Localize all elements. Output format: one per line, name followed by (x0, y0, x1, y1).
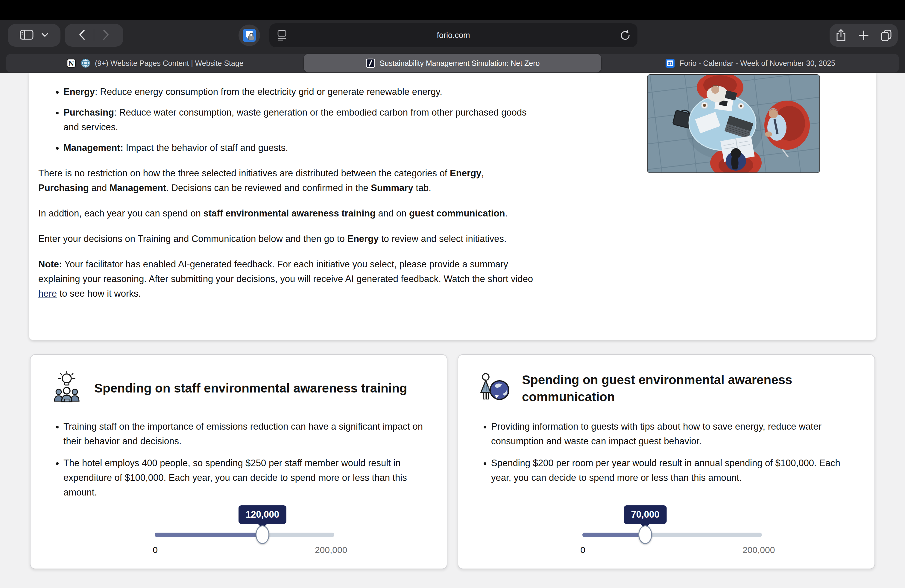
slider-value-bubble: 120,000 (238, 505, 286, 524)
meeting-photo (647, 74, 820, 173)
tab-title: Sustainability Management Simulation: Ne… (380, 59, 540, 68)
intro-panel: Energy: Reduce energy consumption from t… (29, 73, 876, 340)
list-item: Providing information to guests with tip… (491, 419, 859, 448)
list-item: Purchasing: Reduce water consumption, wa… (64, 105, 535, 134)
slider-value-bubble: 70,000 (624, 505, 667, 524)
slider-min-label: 0 (580, 545, 585, 555)
slider-track[interactable] (583, 532, 762, 537)
guest-communication-icon (477, 370, 512, 406)
intro-text: Energy: Reduce energy consumption from t… (38, 73, 535, 301)
tab-simulation-active[interactable]: Sustainability Management Simulation: Ne… (304, 54, 602, 72)
url-text: forio.com (269, 31, 637, 40)
list-item: Management: Impact the behavior of staff… (64, 140, 535, 155)
slider-min-label: 0 (152, 545, 158, 555)
reload-button[interactable] (619, 29, 631, 43)
paragraph-enter-decisions: Enter your decisions on Training and Com… (38, 231, 535, 246)
tab-strip: N (9+) Website Pages Content | Website S… (6, 54, 899, 72)
here-link[interactable]: here (38, 288, 57, 299)
shield-lock-extension-icon (242, 28, 256, 43)
staff-training-slider[interactable]: 120,000 0 200,000 (155, 503, 334, 572)
card-title: Spending on staff environmental awarenes… (94, 380, 411, 397)
guest-communication-card: Spending on guest environmental awarenes… (457, 354, 875, 569)
guest-communication-bullets: Providing information to guests with tip… (458, 419, 875, 485)
card-title: Spending on guest environmental awarenes… (522, 371, 839, 405)
list-item: Training staff on the importance of emis… (64, 419, 432, 448)
staff-training-card: Spending on staff environmental awarenes… (30, 354, 448, 569)
nav-divider (94, 29, 94, 41)
forio-favicon-icon (365, 58, 376, 68)
safari-window: forio.com N (0, 0, 905, 588)
slider-track[interactable] (155, 532, 334, 537)
tab-title: (9+) Website Pages Content | Website Sta… (95, 59, 244, 68)
sidebar-toggle-button[interactable] (20, 29, 33, 41)
tab-website-pages[interactable]: N (9+) Website Pages Content | Website S… (6, 54, 304, 72)
staff-training-bullets: Training staff on the importance of emis… (30, 419, 447, 500)
slider-thumb[interactable] (256, 525, 269, 544)
address-bar[interactable]: forio.com (269, 23, 637, 47)
password-extension-button[interactable] (238, 25, 260, 46)
sidebar-chevron-down-icon[interactable] (41, 33, 49, 38)
slider-fill (583, 532, 645, 537)
slider-max-label: 200,000 (315, 545, 347, 555)
paragraph-addition: In addtion, each year you can spend on s… (38, 206, 535, 221)
browser-toolbar: forio.com N (0, 20, 905, 73)
svg-text:31: 31 (668, 61, 673, 66)
tab-calendar[interactable]: 31 Forio - Calendar - Week of November 3… (601, 54, 899, 72)
slider-thumb[interactable] (638, 525, 652, 544)
slider-value: 120,000 (246, 509, 279, 520)
back-button[interactable] (78, 29, 86, 42)
slider-max-label: 200,000 (743, 545, 775, 555)
slider-value: 70,000 (631, 509, 660, 520)
new-tab-button[interactable] (852, 24, 875, 47)
category-bullet-list: Energy: Reduce energy consumption from t… (38, 84, 535, 155)
globe-favicon-icon (81, 58, 90, 68)
page-content: Energy: Reduce energy consumption from t… (0, 73, 905, 588)
share-button[interactable] (830, 24, 852, 47)
list-item: Spending $200 per room per year would re… (491, 456, 859, 485)
svg-text:N: N (68, 60, 74, 67)
list-item: Energy: Reduce energy consumption from t… (64, 84, 535, 99)
forward-button[interactable] (102, 29, 110, 42)
slider-fill (155, 532, 262, 537)
google-calendar-favicon-icon: 31 (665, 58, 675, 68)
notion-favicon-icon: N (66, 58, 76, 68)
staff-training-icon (50, 370, 84, 406)
paragraph-note: Note: Your facilitator has enabled AI-ge… (38, 257, 535, 301)
tab-title: Forio - Calendar - Week of November 30, … (680, 59, 835, 68)
list-item: The hotel employs 400 people, so spendin… (64, 456, 432, 500)
paragraph-restriction: There is no restriction on how the three… (38, 166, 535, 195)
tab-overview-button[interactable] (875, 24, 898, 47)
guest-communication-slider[interactable]: 70,000 0 200,000 (583, 503, 762, 572)
